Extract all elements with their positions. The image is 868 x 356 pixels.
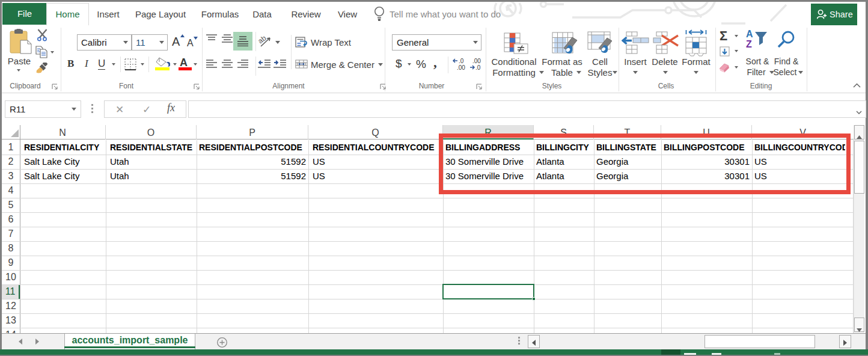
svg-text:.0: .0 bbox=[475, 64, 481, 71]
svg-text:.00: .00 bbox=[457, 64, 465, 71]
svg-text:.00: .00 bbox=[472, 58, 481, 64]
svg-text:.0: .0 bbox=[459, 58, 464, 64]
